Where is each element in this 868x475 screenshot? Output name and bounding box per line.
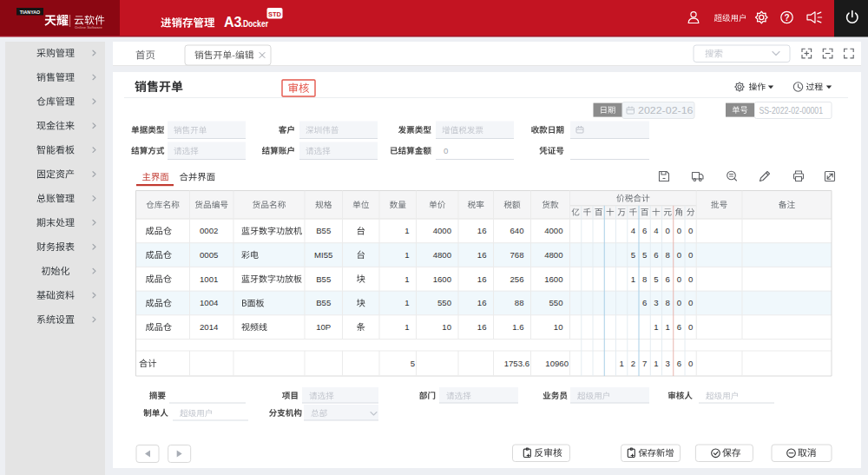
svg-text:16: 16 [477, 298, 487, 307]
svg-text:550: 550 [437, 298, 451, 307]
svg-text:STD: STD [268, 10, 282, 18]
svg-text:10P: 10P [316, 322, 331, 332]
svg-text:550: 550 [549, 298, 562, 307]
svg-text:?: ? [784, 13, 789, 23]
svg-text:0: 0 [688, 298, 693, 307]
svg-text:4: 4 [631, 226, 636, 235]
svg-text:0: 0 [677, 226, 681, 235]
svg-text:0002: 0002 [200, 226, 218, 235]
svg-text:10: 10 [554, 322, 563, 332]
svg-text:6: 6 [677, 322, 681, 332]
svg-text:MI55: MI55 [314, 250, 332, 260]
svg-text:1.6: 1.6 [512, 322, 523, 332]
svg-text:4800: 4800 [544, 250, 562, 260]
svg-text:2: 2 [631, 359, 635, 368]
svg-text:4800: 4800 [433, 250, 451, 260]
svg-text:SS-2022-02-00001: SS-2022-02-00001 [760, 105, 824, 115]
svg-text:TIANYAO: TIANYAO [20, 10, 40, 15]
svg-text:6: 6 [677, 359, 681, 368]
svg-text:7: 7 [642, 359, 647, 368]
svg-text:256: 256 [510, 274, 523, 284]
svg-text:0: 0 [688, 250, 693, 260]
svg-text:1: 1 [404, 250, 409, 260]
svg-text:0: 0 [688, 322, 693, 332]
svg-text:8: 8 [665, 298, 669, 307]
svg-text:16: 16 [477, 322, 487, 332]
svg-text:4000: 4000 [433, 226, 451, 235]
svg-text:5: 5 [654, 274, 658, 284]
svg-text:0: 0 [688, 274, 693, 284]
svg-text:Online Software: Online Software [75, 25, 103, 30]
svg-text:3: 3 [665, 359, 669, 368]
svg-text:2022-02-16: 2022-02-16 [638, 105, 694, 115]
svg-text:A3: A3 [224, 15, 242, 30]
svg-text:6: 6 [654, 250, 658, 260]
svg-text:0: 0 [677, 250, 681, 260]
svg-text:1: 1 [654, 322, 658, 332]
svg-text:16: 16 [477, 226, 487, 235]
svg-text:88: 88 [515, 298, 524, 307]
svg-text:5: 5 [631, 250, 635, 260]
svg-text:B55: B55 [316, 274, 331, 284]
svg-text:1753.6: 1753.6 [504, 359, 529, 368]
svg-text:.Docker: .Docker [241, 18, 269, 29]
svg-text:0: 0 [665, 226, 669, 235]
svg-text:2014: 2014 [200, 322, 219, 332]
svg-text:8: 8 [642, 274, 647, 284]
svg-text:1: 1 [404, 226, 409, 235]
svg-text:B55: B55 [316, 298, 331, 307]
svg-text:6: 6 [665, 274, 669, 284]
svg-text:16: 16 [477, 274, 487, 284]
svg-text:4000: 4000 [544, 226, 562, 235]
svg-text:1: 1 [404, 274, 409, 284]
svg-text:0: 0 [688, 359, 693, 368]
svg-text:0: 0 [688, 226, 693, 235]
svg-text:640: 640 [510, 226, 523, 235]
svg-text:1600: 1600 [433, 274, 451, 284]
svg-text:5: 5 [642, 250, 647, 260]
svg-text:0: 0 [444, 146, 448, 155]
svg-text:0005: 0005 [200, 250, 218, 260]
svg-text:3: 3 [654, 298, 658, 307]
svg-text:4: 4 [654, 226, 659, 235]
svg-text:1001: 1001 [200, 274, 218, 284]
svg-text:1: 1 [654, 359, 658, 368]
svg-text:0: 0 [677, 298, 681, 307]
svg-text:B55: B55 [316, 226, 331, 235]
svg-text:0: 0 [677, 274, 681, 284]
svg-text:1: 1 [631, 274, 635, 284]
svg-text:768: 768 [510, 250, 523, 260]
svg-text:10960: 10960 [545, 359, 569, 368]
svg-text:10: 10 [442, 322, 451, 332]
svg-text:5: 5 [411, 359, 415, 368]
svg-text:8: 8 [665, 250, 669, 260]
svg-text:6: 6 [642, 226, 647, 235]
svg-text:16: 16 [477, 250, 487, 260]
svg-text:1600: 1600 [544, 274, 562, 284]
svg-text:1: 1 [619, 359, 623, 368]
svg-text:1: 1 [665, 322, 669, 332]
svg-text:1: 1 [404, 298, 409, 307]
svg-text:1004: 1004 [200, 298, 219, 307]
svg-text:1: 1 [404, 322, 409, 332]
svg-text:6: 6 [642, 298, 647, 307]
